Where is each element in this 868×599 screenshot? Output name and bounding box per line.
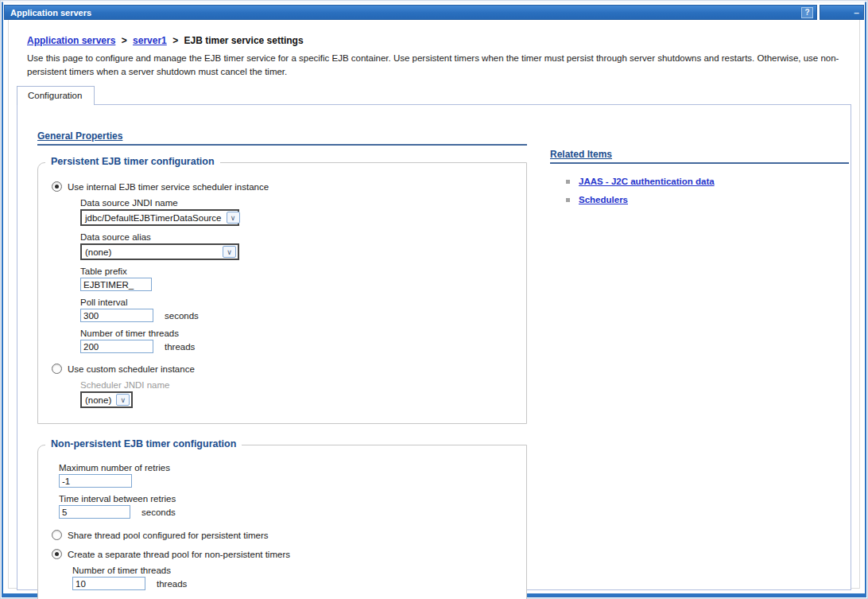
field-table-prefix: Table prefix	[80, 266, 526, 291]
persistent-timer-legend: Persistent EJB timer configuration	[45, 156, 220, 167]
data-source-alias-label: Data source alias	[80, 232, 526, 242]
non-persistent-timer-threads-input[interactable]	[72, 577, 145, 590]
titlebar-right-segment: –	[820, 5, 864, 20]
related-link-schedulers[interactable]: Schedulers	[579, 195, 628, 204]
data-source-jndi-label: Data source JNDI name	[80, 198, 526, 208]
main-column: General Properties Persistent EJB timer …	[37, 130, 527, 599]
titlebar-main-segment: Application servers ?	[4, 5, 817, 20]
radio-selected-icon[interactable]	[52, 549, 62, 559]
related-items-panel: Related Items JAAS - J2C authentication …	[550, 149, 849, 213]
radio-icon[interactable]	[52, 364, 62, 374]
non-persistent-timer-fieldset: Non-persistent EJB timer configuration M…	[37, 445, 527, 599]
bullet-icon	[566, 198, 570, 202]
list-item: Schedulers	[566, 195, 849, 204]
poll-interval-input[interactable]	[80, 309, 153, 322]
radio-icon[interactable]	[52, 530, 62, 540]
field-data-source-alias: Data source alias (none) ∨	[80, 232, 526, 260]
related-link-jaas-j2c[interactable]: JAAS - J2C authentication data	[579, 177, 715, 186]
data-source-alias-select[interactable]: (none) ∨	[80, 243, 239, 260]
configuration-panel: General Properties Persistent EJB timer …	[17, 104, 851, 590]
field-retry-interval: Time interval between retries seconds	[59, 494, 526, 519]
persistent-timer-threads-unit: threads	[165, 342, 195, 352]
minimize-icon[interactable]: –	[854, 8, 859, 18]
page-description: Use this page to configure and manage th…	[27, 52, 842, 78]
field-max-retries: Maximum number of retries	[59, 463, 526, 488]
poll-interval-unit: seconds	[165, 311, 199, 321]
bullet-icon	[566, 180, 570, 184]
radio-share-thread-pool[interactable]: Share thread pool configured for persist…	[52, 530, 526, 540]
non-persistent-timer-legend: Non-persistent EJB timer configuration	[45, 438, 242, 449]
scheduler-jndi-select[interactable]: (none) ∨	[80, 391, 133, 408]
field-data-source-jndi: Data source JNDI name jdbc/DefaultEJBTim…	[80, 198, 526, 226]
tab-configuration[interactable]: Configuration	[17, 86, 95, 105]
field-scheduler-jndi: Scheduler JNDI name (none) ∨	[80, 380, 526, 408]
console-content: Application servers > server1 > EJB time…	[8, 20, 860, 589]
persistent-timer-threads-input[interactable]	[80, 340, 153, 353]
chevron-down-icon[interactable]: ∨	[223, 246, 236, 258]
breadcrumb: Application servers > server1 > EJB time…	[27, 35, 859, 46]
persistent-timer-fieldset: Persistent EJB timer configuration Use i…	[37, 162, 527, 424]
breadcrumb-separator: >	[172, 35, 178, 46]
window-title: Application servers	[10, 8, 91, 18]
chevron-down-icon[interactable]: ∨	[116, 394, 130, 406]
persistent-timer-threads-label: Number of timer threads	[80, 329, 526, 338]
list-item: JAAS - J2C authentication data	[566, 177, 849, 186]
chevron-down-icon[interactable]: ∨	[227, 212, 240, 224]
breadcrumb-link-server1[interactable]: server1	[133, 35, 167, 46]
max-retries-label: Maximum number of retries	[59, 463, 526, 473]
window-titlebar: Application servers ? –	[4, 5, 864, 20]
breadcrumb-separator: >	[122, 35, 127, 46]
help-icon[interactable]: ?	[801, 7, 813, 18]
retry-interval-input[interactable]	[59, 505, 130, 519]
retry-interval-label: Time interval between retries	[59, 494, 526, 504]
breadcrumb-link-application-servers[interactable]: Application servers	[27, 35, 115, 46]
retry-interval-unit: seconds	[141, 508, 176, 517]
related-items-heading: Related Items	[550, 149, 849, 164]
field-poll-interval: Poll interval seconds	[80, 298, 526, 322]
related-items-list: JAAS - J2C authentication data Scheduler…	[550, 177, 849, 204]
non-persistent-timer-threads-unit: threads	[157, 579, 187, 589]
breadcrumb-current-page: EJB timer service settings	[184, 35, 304, 46]
field-non-persistent-timer-threads: Number of timer threads threads	[72, 566, 526, 590]
poll-interval-label: Poll interval	[80, 298, 526, 307]
radio-use-custom-scheduler[interactable]: Use custom scheduler instance	[52, 364, 526, 374]
field-persistent-timer-threads: Number of timer threads threads	[80, 329, 526, 353]
max-retries-input[interactable]	[59, 474, 132, 488]
radio-selected-icon[interactable]	[52, 181, 62, 192]
radio-separate-thread-pool[interactable]: Create a separate thread pool for non-pe…	[52, 549, 526, 559]
table-prefix-label: Table prefix	[80, 266, 526, 276]
radio-use-internal-scheduler[interactable]: Use internal EJB timer service scheduler…	[52, 181, 526, 192]
scheduler-jndi-label: Scheduler JNDI name	[80, 380, 526, 390]
data-source-jndi-select[interactable]: jdbc/DefaultEJBTimerDataSource ∨	[80, 209, 239, 226]
table-prefix-input[interactable]	[80, 278, 152, 291]
general-properties-heading: General Properties	[37, 130, 527, 146]
non-persistent-timer-threads-label: Number of timer threads	[72, 566, 526, 575]
